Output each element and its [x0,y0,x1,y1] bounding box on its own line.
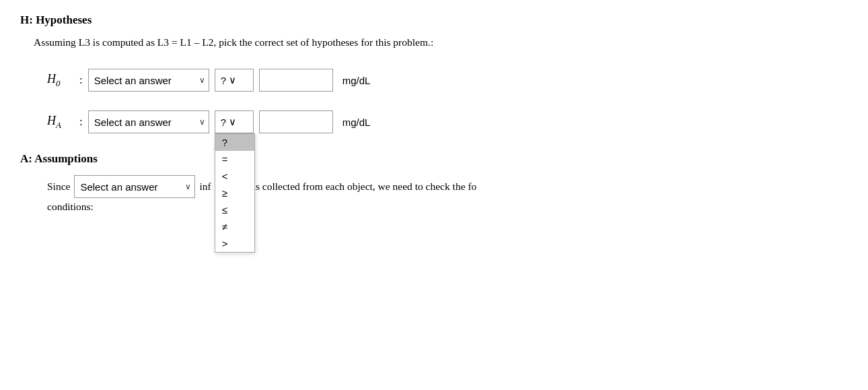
h0-row: H0 : Select an answer μ μd ? ∨ mg/dL [47,69,848,92]
ha-colon: : [79,115,83,129]
h0-answer-wrapper: Select an answer μ μd [88,69,209,92]
ha-operator-dropdown: ? = < ≥ ≤ ≠ > [215,133,255,253]
since-label: Since [47,181,70,193]
h0-operator-btn[interactable]: ? ∨ [215,69,254,92]
hypotheses-description: Assuming L3 is computed as L3 = L1 – L2,… [34,36,848,48]
h0-value-input[interactable] [259,69,333,92]
ha-op-option-neq[interactable]: ≠ [215,218,254,235]
hypotheses-section: H: Hypotheses Assuming L3 is computed as… [20,13,848,133]
ha-label: HA [47,114,74,131]
h0-operator-chevron: ∨ [229,74,236,86]
assumptions-title: A: Assumptions [20,152,848,166]
h0-unit: mg/dL [342,75,371,86]
assumptions-answer-select[interactable]: Select an answer independent dependent [74,175,195,198]
ha-operator-container: ? ∨ ? = < ≥ ≤ ≠ > [215,110,254,133]
h0-label: H0 [47,72,74,89]
ha-value-input[interactable] [259,110,333,133]
hypotheses-title: H: Hypotheses [20,13,848,27]
ha-op-option-gt[interactable]: > [215,235,254,252]
ha-op-option-gte[interactable]: ≥ [215,185,254,201]
assumptions-row: Since Select an answer independent depen… [47,175,848,198]
ha-op-option-question[interactable]: ? [215,134,254,151]
assumptions-section: A: Assumptions Since Select an answer in… [20,152,848,213]
h0-colon: : [79,73,83,87]
ha-op-option-lte[interactable]: ≤ [215,201,254,218]
ha-operator-chevron: ∨ [229,116,236,128]
assumptions-description: tion was collected from each object, we … [225,181,476,193]
ha-operator-btn[interactable]: ? ∨ [215,110,254,133]
conditions-row: conditions: [47,201,848,213]
ha-row: HA : Select an answer μ μd ? ∨ ? = < ≥ ≤ [47,110,848,133]
ha-op-option-lt[interactable]: < [215,168,254,185]
h0-answer-select[interactable]: Select an answer μ μd [88,69,209,92]
inf-label: inf [199,181,211,193]
h0-operator-container: ? ∨ [215,69,254,92]
ha-op-option-equals[interactable]: = [215,151,254,168]
conditions-label: conditions: [47,201,94,212]
ha-answer-select[interactable]: Select an answer μ μd [88,110,209,133]
h0-operator-value: ? [221,75,226,86]
ha-operator-value: ? [221,117,226,128]
ha-answer-wrapper: Select an answer μ μd [88,110,209,133]
ha-unit: mg/dL [342,117,371,128]
assumptions-answer-wrapper: Select an answer independent dependent [74,175,195,198]
